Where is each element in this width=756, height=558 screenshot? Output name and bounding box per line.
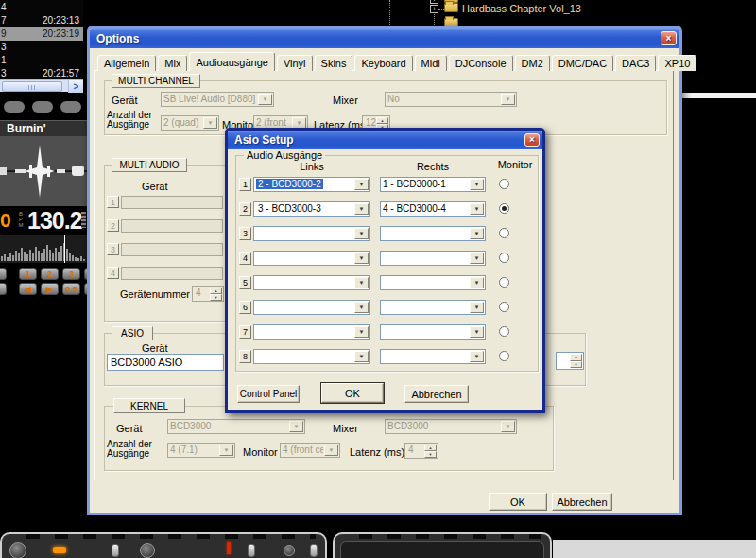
tab-vinyl[interactable]: Vinyl	[277, 55, 313, 71]
monitor-radio-3[interactable]	[499, 228, 509, 238]
monitor-radio-6[interactable]	[499, 302, 509, 312]
tab-dmcdac[interactable]: DMC/DAC	[552, 55, 613, 71]
fader-cap[interactable]	[248, 544, 255, 557]
asio-title-bar[interactable]: Asio Setup ×	[228, 131, 542, 149]
tab-skins[interactable]: Skins	[315, 55, 353, 71]
channel-number-button[interactable]: 6	[239, 301, 251, 314]
playlist-row[interactable]: 3	[0, 41, 83, 54]
links-combo-8[interactable]: ▼	[253, 349, 370, 364]
deck-button-partial[interactable]	[0, 268, 7, 280]
monitor-radio-5[interactable]	[499, 277, 509, 288]
dropdown-arrow-icon[interactable]: ▼	[470, 228, 484, 239]
dropdown-arrow-icon[interactable]: ▼	[354, 179, 369, 190]
dropdown-arrow-icon[interactable]: ▼	[470, 302, 484, 313]
mixer-knob[interactable]	[9, 542, 26, 558]
options-title-bar[interactable]: Options ×	[90, 28, 679, 48]
rechts-combo-2[interactable]: 4 - BCD3000-4 ▼	[380, 201, 486, 217]
rechts-combo-7[interactable]: ▼	[380, 324, 486, 340]
dropdown-arrow-icon[interactable]: ▼	[354, 277, 369, 288]
playlist-row[interactable]: 1	[0, 54, 83, 67]
rechts-combo-1[interactable]: 1 - BCD3000-1 ▼	[380, 177, 486, 192]
tree-expand-icon[interactable]: +	[430, 0, 438, 4]
mixer-knob[interactable]	[140, 543, 155, 558]
links-combo-5[interactable]: ▼	[253, 275, 370, 290]
tab-audioausgaenge[interactable]: Audioausgänge	[189, 52, 274, 71]
channel-number-button[interactable]: 7	[239, 325, 251, 339]
channel-number-button[interactable]: 3	[239, 227, 251, 240]
asio-device-field[interactable]: BCD3000 ASIO	[107, 354, 224, 371]
monitor-radio-7[interactable]	[499, 326, 509, 337]
monitor-radio-2[interactable]	[499, 203, 509, 214]
pitch-bend-down-button[interactable]: ◀	[19, 283, 37, 295]
rechts-combo-6[interactable]: ▼	[380, 300, 486, 315]
close-icon[interactable]: ×	[661, 31, 677, 45]
channel-number-button[interactable]: 1	[239, 178, 251, 191]
tab-keyboard[interactable]: Keyboard	[354, 55, 412, 71]
loop-half-button[interactable]: 0.5	[62, 283, 80, 295]
links-combo-4[interactable]: ▼	[253, 251, 370, 266]
tab-dac3[interactable]: DAC3	[615, 55, 656, 71]
dropdown-arrow-icon[interactable]: ▼	[354, 203, 369, 215]
close-icon[interactable]: ×	[524, 133, 540, 147]
dropdown-arrow-icon[interactable]: ▼	[470, 277, 484, 288]
dropdown-arrow-icon[interactable]: ▼	[354, 351, 369, 362]
cancel-button[interactable]: Abbrechen	[404, 385, 469, 403]
control-panel-button[interactable]: Control Panel	[237, 385, 300, 403]
cue-button-1[interactable]: 1	[19, 268, 37, 280]
spinner-up-icon[interactable]: ▲	[570, 354, 582, 361]
dropdown-arrow-icon[interactable]: ▼	[470, 179, 484, 190]
links-combo-2[interactable]: 3 - BCD3000-3 ▼	[253, 201, 370, 217]
monitor-radio-4[interactable]	[499, 253, 509, 263]
monitor-radio-1[interactable]	[499, 179, 509, 189]
links-combo-1[interactable]: 2 - BCD3000-2 ▼	[253, 177, 370, 192]
playlist-row[interactable]: 4	[0, 1, 83, 14]
channel-number-button[interactable]: 8	[239, 350, 251, 363]
tab-mix[interactable]: Mix	[158, 55, 187, 71]
rechts-combo-5[interactable]: ▼	[380, 275, 486, 290]
ok-button[interactable]: OK	[489, 493, 547, 511]
channel-number-button[interactable]: 5	[239, 276, 251, 289]
tab-allgemein[interactable]: Allgemein	[97, 55, 156, 71]
fader-cap[interactable]	[112, 544, 119, 557]
dropdown-arrow-icon[interactable]: ▼	[470, 326, 484, 338]
ok-button[interactable]: OK	[321, 383, 384, 403]
links-combo-7[interactable]: ▼	[253, 324, 370, 340]
dropdown-arrow-icon[interactable]: ▼	[470, 351, 484, 362]
horizontal-scrollbar[interactable]: >	[0, 79, 83, 92]
tab-djconsole[interactable]: DJConsole	[449, 55, 513, 71]
tree-expand-icon[interactable]: +	[430, 5, 438, 13]
monitor-radio-8[interactable]	[499, 351, 509, 361]
rechts-combo-8[interactable]: ▼	[380, 349, 486, 364]
links-combo-6[interactable]: ▼	[253, 300, 370, 315]
dropdown-arrow-icon[interactable]: ▼	[354, 302, 369, 313]
pitch-bend-up-button[interactable]: ▶	[41, 283, 59, 295]
scroll-right-arrow-icon[interactable]: >	[68, 80, 83, 93]
links-combo-3[interactable]: ▼	[253, 226, 370, 241]
playlist-row[interactable]: 320:21:57	[0, 67, 83, 80]
tab-xp10[interactable]: XP10	[658, 55, 696, 71]
tree-item-label[interactable]: Hardbass Chapter Vol_13	[462, 3, 581, 14]
tab-dm2[interactable]: DM2	[515, 55, 550, 71]
spinner-down-icon[interactable]: ▼	[570, 361, 582, 369]
channel-number-button[interactable]: 4	[239, 252, 251, 265]
dropdown-arrow-icon[interactable]: ▼	[470, 253, 484, 264]
dropdown-arrow-icon[interactable]: ▼	[470, 203, 484, 215]
cancel-button[interactable]: Abbrechen	[552, 493, 612, 511]
deck-button-partial[interactable]	[0, 283, 7, 295]
cue-button-2[interactable]: 2	[41, 268, 59, 280]
asio-latenz-spinner[interactable]: ▲▼	[556, 352, 584, 370]
dropdown-arrow-icon[interactable]: ▼	[354, 253, 369, 264]
rechts-combo-3[interactable]: ▼	[380, 226, 486, 241]
playlist-row[interactable]: 720:23:13	[0, 14, 83, 27]
channel-number-button[interactable]: 2	[239, 202, 251, 216]
dropdown-arrow-icon[interactable]: ▼	[354, 228, 369, 239]
mini-waveform[interactable]	[0, 235, 87, 263]
scrollbar-thumb[interactable]	[2, 81, 62, 92]
rechts-combo-4[interactable]: ▼	[380, 251, 486, 266]
playlist-row[interactable]: 920:23:19	[0, 27, 83, 41]
fader-cap[interactable]	[310, 544, 318, 557]
tab-midi[interactable]: Midi	[415, 55, 447, 71]
cue-button-3[interactable]: 3	[62, 268, 80, 280]
dropdown-arrow-icon[interactable]: ▼	[354, 326, 369, 338]
mixer-knob[interactable]	[284, 545, 295, 556]
